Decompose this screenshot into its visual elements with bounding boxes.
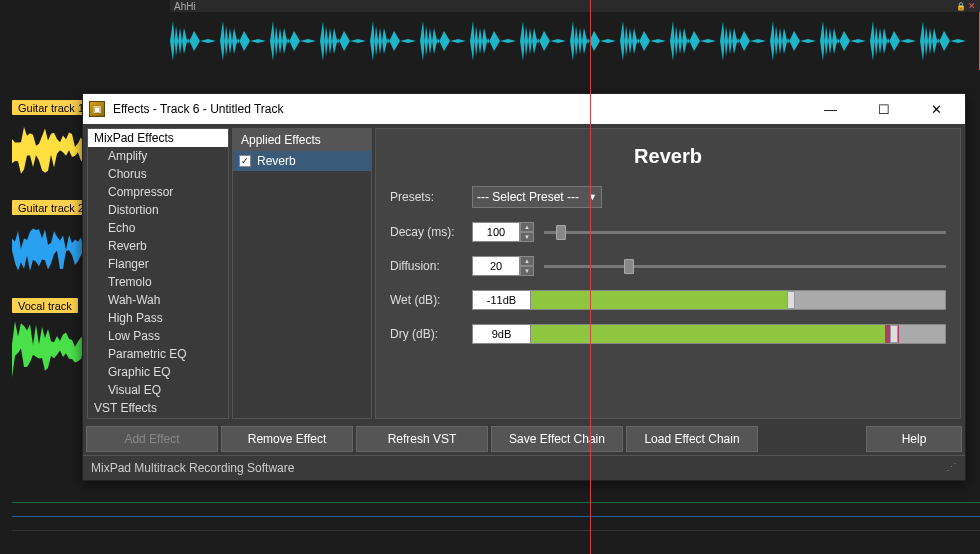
load-chain-button[interactable]: Load Effect Chain [626, 426, 758, 452]
wet-value: -11dB [473, 291, 531, 309]
effects-tree[interactable]: MixPad Effects AmplifyChorusCompressorDi… [87, 128, 229, 419]
applied-effect-label: Reverb [257, 154, 296, 168]
tree-item-tremolo[interactable]: Tremolo [88, 273, 228, 291]
add-effect-button[interactable]: Add Effect [86, 426, 218, 452]
svg-marker-7 [520, 21, 566, 61]
applied-effects-header: Applied Effects [233, 129, 371, 151]
svg-marker-1 [220, 21, 266, 61]
wet-label: Wet (dB): [390, 293, 462, 307]
close-button[interactable]: ✕ [914, 95, 959, 123]
clip-close-icon[interactable]: ✕ [968, 1, 976, 11]
clip-header: AhHi 🔒 ✕ [170, 0, 980, 12]
decay-slider-thumb[interactable] [556, 225, 566, 240]
diffusion-down[interactable]: ▼ [520, 266, 534, 276]
applied-effect-checkbox[interactable]: ✓ [239, 155, 251, 167]
svg-marker-15 [920, 21, 966, 61]
save-chain-button[interactable]: Save Effect Chain [491, 426, 623, 452]
wet-slider[interactable]: -11dB [472, 290, 946, 310]
applied-effect-reverb[interactable]: ✓ Reverb [233, 151, 371, 171]
effect-title: Reverb [390, 145, 946, 168]
svg-marker-3 [320, 21, 366, 61]
app-icon: ▣ [89, 101, 105, 117]
decay-spinner[interactable]: ▲▼ [472, 222, 534, 242]
playhead[interactable] [590, 0, 591, 554]
tree-item-compressor[interactable]: Compressor [88, 183, 228, 201]
statusbar: MixPad Multitrack Recording Software ⋰ [83, 455, 965, 480]
presets-label: Presets: [390, 190, 462, 204]
decay-up[interactable]: ▲ [520, 222, 534, 232]
svg-marker-8 [570, 21, 616, 61]
svg-marker-11 [720, 21, 766, 61]
diffusion-input[interactable] [472, 256, 520, 276]
status-text: MixPad Multitrack Recording Software [91, 461, 294, 475]
effects-dialog: ▣ Effects - Track 6 - Untitled Track — ☐… [82, 93, 966, 481]
tree-item-distortion[interactable]: Distortion [88, 201, 228, 219]
diffusion-slider[interactable] [544, 256, 946, 276]
applied-effects-panel: Applied Effects ✓ Reverb [232, 128, 372, 419]
svg-marker-5 [420, 21, 466, 61]
track-label-0[interactable]: Guitar track 1 [12, 100, 90, 115]
tree-item-graphic-eq[interactable]: Graphic EQ [88, 363, 228, 381]
window-title: Effects - Track 6 - Untitled Track [113, 102, 800, 116]
remove-effect-button[interactable]: Remove Effect [221, 426, 353, 452]
clip-name: AhHi [174, 1, 196, 12]
tree-item-reverb[interactable]: Reverb [88, 237, 228, 255]
minimize-button[interactable]: — [808, 95, 853, 123]
svg-marker-13 [820, 21, 866, 61]
clip-waveform [170, 12, 980, 70]
maximize-button[interactable]: ☐ [861, 95, 906, 123]
decay-label: Decay (ms): [390, 225, 462, 239]
svg-marker-14 [870, 21, 916, 61]
svg-marker-4 [370, 21, 416, 61]
tree-item-wah-wah[interactable]: Wah-Wah [88, 291, 228, 309]
tree-item-high-pass[interactable]: High Pass [88, 309, 228, 327]
dry-label: Dry (dB): [390, 327, 462, 341]
tree-item-visual-eq[interactable]: Visual EQ [88, 381, 228, 399]
dry-slider[interactable]: 9dB [472, 324, 946, 344]
tree-item-echo[interactable]: Echo [88, 219, 228, 237]
diffusion-spinner[interactable]: ▲▼ [472, 256, 534, 276]
tree-root-vst[interactable]: VST Effects [88, 399, 228, 417]
resize-grip[interactable]: ⋰ [946, 461, 957, 475]
dialog-footer: Add Effect Remove Effect Refresh VST Sav… [83, 423, 965, 455]
diffusion-label: Diffusion: [390, 259, 462, 273]
svg-marker-2 [270, 21, 316, 61]
wet-handle[interactable] [787, 291, 795, 309]
decay-input[interactable] [472, 222, 520, 242]
svg-marker-12 [770, 21, 816, 61]
svg-marker-0 [170, 21, 216, 61]
tree-item-chorus[interactable]: Chorus [88, 165, 228, 183]
decay-slider[interactable] [544, 222, 946, 242]
decay-down[interactable]: ▼ [520, 232, 534, 242]
dry-value: 9dB [473, 325, 531, 343]
timeline-area [0, 492, 980, 554]
effect-editor-panel: Reverb Presets: --- Select Preset --- ▼ … [375, 128, 961, 419]
titlebar[interactable]: ▣ Effects - Track 6 - Untitled Track — ☐… [83, 94, 965, 124]
tree-item-amplify[interactable]: Amplify [88, 147, 228, 165]
tree-item-parametric-eq[interactable]: Parametric EQ [88, 345, 228, 363]
dry-handle[interactable] [890, 325, 898, 343]
preset-dropdown[interactable]: --- Select Preset --- ▼ [472, 186, 602, 208]
svg-marker-6 [470, 21, 516, 61]
tree-item-low-pass[interactable]: Low Pass [88, 327, 228, 345]
svg-marker-10 [670, 21, 716, 61]
diffusion-slider-thumb[interactable] [624, 259, 634, 274]
svg-marker-9 [620, 21, 666, 61]
lock-icon: 🔒 [956, 2, 966, 11]
preset-value: --- Select Preset --- [477, 190, 579, 204]
track-label-2[interactable]: Vocal track [12, 298, 78, 313]
tree-item-flanger[interactable]: Flanger [88, 255, 228, 273]
refresh-vst-button[interactable]: Refresh VST [356, 426, 488, 452]
tree-root-mixpad[interactable]: MixPad Effects [88, 129, 228, 147]
diffusion-up[interactable]: ▲ [520, 256, 534, 266]
track-label-1[interactable]: Guitar track 2 [12, 200, 90, 215]
help-button[interactable]: Help [866, 426, 962, 452]
